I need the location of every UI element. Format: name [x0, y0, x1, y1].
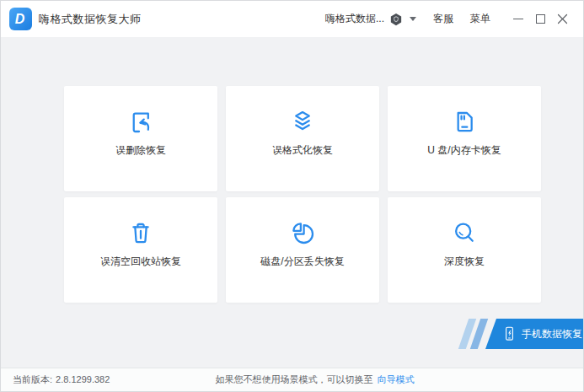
disk-partition-pie-icon	[289, 219, 316, 246]
titlebar: D 嗨格式数据恢复大师 嗨格式数据... 客服 菜单	[1, 1, 583, 37]
card-disk-partition-recovery[interactable]: 磁盘/分区丢失恢复	[226, 197, 379, 303]
card-usb-sdcard-recovery[interactable]: U 盘/内存卡恢复	[388, 86, 541, 191]
version-value: 2.8.1299.382	[56, 374, 110, 384]
card-label: 深度恢复	[444, 255, 485, 269]
minimize-icon	[513, 19, 523, 19]
wizard-mode-link[interactable]: 向导模式	[378, 373, 415, 386]
file-undo-icon	[127, 108, 154, 135]
account-label: 嗨格式数据...	[325, 12, 384, 26]
menu-button[interactable]: 菜单	[470, 12, 490, 26]
logo-letter: D	[15, 13, 25, 26]
chevron-down-icon	[410, 17, 416, 21]
mode-hint-text: 如果您不想使用场景模式，可以切换至	[216, 373, 373, 386]
card-label: 误删除恢复	[115, 143, 166, 158]
vip-badge-icon	[388, 12, 404, 27]
card-label: 磁盘/分区丢失恢复	[260, 255, 344, 269]
close-button[interactable]	[551, 8, 573, 30]
account-dropdown[interactable]: 嗨格式数据...	[325, 12, 416, 27]
maximize-icon	[536, 14, 545, 24]
version-text: 当前版本:2.8.1299.382	[13, 373, 110, 386]
card-recycle-bin-recovery[interactable]: 误清空回收站恢复	[64, 197, 217, 303]
trash-icon	[127, 219, 154, 246]
app-title: 嗨格式数据恢复大师	[39, 12, 142, 27]
maximize-button[interactable]	[529, 8, 551, 30]
card-deleted-recovery[interactable]: 误删除恢复	[64, 86, 217, 191]
card-label: U 盘/内存卡恢复	[427, 143, 501, 158]
minimize-button[interactable]	[507, 8, 529, 30]
recovery-mode-grid: 误删除恢复 误格式化恢复 U 盘/内存卡恢复	[64, 86, 541, 303]
window-controls	[507, 8, 573, 30]
sd-card-icon	[451, 108, 478, 135]
close-icon	[557, 13, 568, 24]
card-formatted-recovery[interactable]: 误格式化恢复	[226, 86, 379, 191]
card-label: 误格式化恢复	[272, 143, 333, 158]
statusbar: 当前版本:2.8.1299.382 如果您不想使用场景模式，可以切换至 向导模式	[1, 368, 583, 391]
version-label: 当前版本:	[13, 374, 52, 384]
card-deep-recovery[interactable]: 深度恢复	[388, 197, 541, 303]
card-label: 误清空回收站恢复	[100, 255, 181, 269]
phone-data-recovery-button[interactable]: 手机数据恢复	[485, 319, 583, 349]
app-window: D 嗨格式数据恢复大师 嗨格式数据... 客服 菜单	[0, 0, 584, 392]
phone-data-recovery-label: 手机数据恢复	[522, 327, 582, 341]
magnifier-icon	[451, 219, 478, 246]
customer-service-button[interactable]: 客服	[433, 12, 453, 26]
layers-icon	[289, 108, 316, 135]
smartphone-icon	[502, 325, 517, 343]
mode-switch-hint: 如果您不想使用场景模式，可以切换至 向导模式	[216, 373, 415, 386]
app-logo-icon: D	[9, 8, 32, 30]
